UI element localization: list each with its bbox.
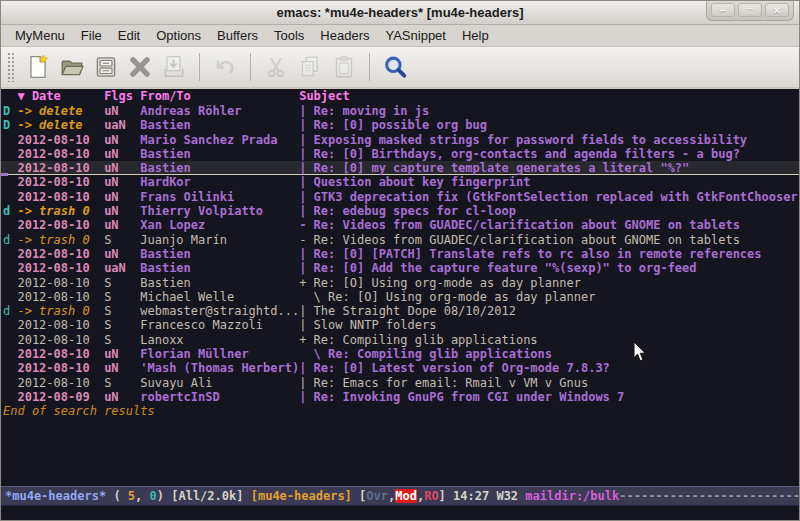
message-row[interactable]: 2012-08-10uN'Mash (Thomas Herbert)| Re: …: [1, 361, 799, 375]
menu-options[interactable]: Options: [148, 26, 209, 45]
menu-edit[interactable]: Edit: [110, 26, 148, 45]
mark-letter: d: [3, 204, 17, 218]
message-flags: S: [104, 333, 140, 347]
message-row[interactable]: 2012-08-10uNBastien| Re: [0] my capture …: [1, 161, 799, 175]
message-date: 2012-08-10: [17, 261, 104, 275]
message-subject: | Re: Emacs for email: Rmail v VM v Gnus: [299, 376, 588, 390]
message-subject: | Slow NNTP folders: [299, 318, 436, 332]
message-from: Francesco Mazzoli: [140, 318, 299, 332]
close-button[interactable]: ✕: [765, 3, 789, 17]
message-from: Xan Lopez: [140, 218, 299, 232]
message-flags: uN: [104, 218, 140, 232]
message-subject: \ Re: [O] Using org-mode as day planner: [299, 290, 595, 304]
menu-buffers[interactable]: Buffers: [209, 26, 266, 45]
message-row[interactable]: 2012-08-10SSuvayu Ali| Re: Emacs for ema…: [1, 376, 799, 390]
message-date: -> delete: [17, 118, 104, 132]
title-bar[interactable]: emacs: *mu4e-headers* [mu4e-headers] −□✕: [1, 1, 799, 25]
text-cursor: [1, 173, 8, 176]
message-date: 2012-08-09: [17, 390, 104, 404]
message-date: 2012-08-10: [17, 147, 104, 161]
menu-headers[interactable]: Headers: [312, 26, 377, 45]
message-subject: | Re: [0] possible org bug: [299, 118, 487, 132]
message-flags: S: [104, 376, 140, 390]
message-row[interactable]: 2012-08-10SBastien+ Re: [O] Using org-mo…: [1, 276, 799, 290]
modeline-plain: ,: [135, 489, 149, 503]
message-row[interactable]: 2012-08-10SMichael Welle \ Re: [O] Using…: [1, 290, 799, 304]
message-row[interactable]: d-> trash 0Swebmaster@straightd...| The …: [1, 304, 799, 318]
message-from: Florian Müllner: [140, 347, 299, 361]
message-from: Juanjo Marín: [140, 233, 299, 247]
modeline-mod: Mod: [395, 489, 417, 503]
message-date: 2012-08-10: [17, 190, 104, 204]
message-date: 2012-08-10: [17, 318, 104, 332]
message-row[interactable]: 2012-08-10uNMario Sanchez Prada| Exposin…: [1, 133, 799, 147]
message-row[interactable]: 2012-08-09uNrobertcInSD| Re: Invoking Gn…: [1, 390, 799, 404]
modeline-ro: RO: [424, 489, 438, 503]
modeline-buffer-name: *mu4e-headers*: [5, 489, 106, 503]
column-header-date[interactable]: ▼ Date: [17, 89, 104, 104]
menu-tools[interactable]: Tools: [266, 26, 312, 45]
open-folder-icon[interactable]: [55, 50, 89, 84]
column-header-from[interactable]: From/To: [140, 89, 299, 104]
column-header-subject[interactable]: Subject: [299, 89, 350, 104]
column-header-flags[interactable]: Flgs: [104, 89, 140, 104]
message-row[interactable]: 2012-08-10uNBastien| Re: [0] Birthdays, …: [1, 147, 799, 161]
save-as-icon: [157, 50, 191, 84]
echo-area[interactable]: [1, 506, 799, 521]
message-date: 2012-08-10: [17, 218, 104, 232]
message-row[interactable]: D-> deleteuaNBastien| Re: [0] possible o…: [1, 118, 799, 132]
message-row[interactable]: 2012-08-10uNHardKor| Question about key …: [1, 175, 799, 189]
message-row[interactable]: 2012-08-10uNBastien| Re: [0] [PATCH] Tra…: [1, 247, 799, 261]
modeline-plain: [: [352, 489, 366, 503]
message-subject: - Re: Videos from GUADEC/clarification a…: [299, 218, 740, 232]
modeline-maildir: maildir:/bulk: [525, 489, 619, 503]
message-list: D-> deleteuNAndreas Röhler| Re: moving i…: [1, 104, 799, 404]
menu-yasnippet[interactable]: YASnippet: [377, 26, 453, 45]
delete-icon[interactable]: [123, 50, 157, 84]
message-subject: | Question about key fingerprint: [299, 175, 530, 189]
message-date: -> trash 0: [17, 233, 104, 247]
message-flags: uN: [104, 347, 140, 361]
message-row[interactable]: D-> deleteuNAndreas Röhler| Re: moving i…: [1, 104, 799, 118]
message-from: Andreas Röhler: [140, 104, 299, 118]
new-file-icon[interactable]: [21, 50, 55, 84]
message-flags: uN: [104, 133, 140, 147]
message-subject: + Re: Compiling glib applications: [299, 333, 537, 347]
message-from: Bastien: [140, 247, 299, 261]
menu-file[interactable]: File: [73, 26, 110, 45]
message-row[interactable]: 2012-08-10uNXan Lopez- Re: Videos from G…: [1, 218, 799, 232]
menu-mymenu[interactable]: MyMenu: [7, 26, 73, 45]
message-subject: | Re: [0] Latest version of Org-mode 7.8…: [299, 361, 610, 375]
message-date: 2012-08-10: [17, 333, 104, 347]
maximize-button[interactable]: □: [738, 3, 762, 17]
message-from: Mario Sanchez Prada: [140, 133, 299, 147]
save-icon[interactable]: [89, 50, 123, 84]
message-row[interactable]: 2012-08-10SLanoxx+ Re: Compiling glib ap…: [1, 333, 799, 347]
window-controls: −□✕: [706, 1, 794, 21]
message-row[interactable]: 2012-08-10SFrancesco Mazzoli| Slow NNTP …: [1, 318, 799, 332]
message-subject: - Re: Videos from GUADEC/clarification a…: [299, 233, 740, 247]
message-flags: uN: [104, 361, 140, 375]
emacs-window: emacs: *mu4e-headers* [mu4e-headers] −□✕…: [0, 0, 800, 521]
message-row[interactable]: 2012-08-10uNFrans Oilinki| GTK3 deprecat…: [1, 190, 799, 204]
message-flags: uaN: [104, 118, 140, 132]
mark-letter: d: [3, 304, 17, 318]
message-row[interactable]: d-> trash 0SJuanjo Marín- Re: Videos fro…: [1, 233, 799, 247]
message-date: 2012-08-10: [17, 161, 104, 175]
message-date: -> trash 0: [17, 204, 104, 218]
message-from: webmaster@straightd...: [140, 304, 299, 318]
modeline-plain: ): [157, 489, 171, 503]
minimize-button[interactable]: −: [711, 3, 735, 17]
message-row[interactable]: 2012-08-10uaNBastien| Re: [0] Add the ca…: [1, 261, 799, 275]
message-from: Bastien: [140, 261, 299, 275]
message-date: 2012-08-10: [17, 133, 104, 147]
message-flags: uN: [104, 390, 140, 404]
message-flags: uN: [104, 190, 140, 204]
copy-icon: [293, 50, 327, 84]
search-icon[interactable]: [378, 50, 412, 84]
message-row[interactable]: 2012-08-10uNFlorian Müllner \ Re: Compil…: [1, 347, 799, 361]
message-row[interactable]: d-> trash 0uNThierry Volpiatto| Re: edeb…: [1, 204, 799, 218]
message-subject: | Re: [0] Add the capture feature "%(sex…: [299, 261, 696, 275]
menu-help[interactable]: Help: [454, 26, 497, 45]
toolbar-drag-handle[interactable]: [7, 52, 15, 82]
